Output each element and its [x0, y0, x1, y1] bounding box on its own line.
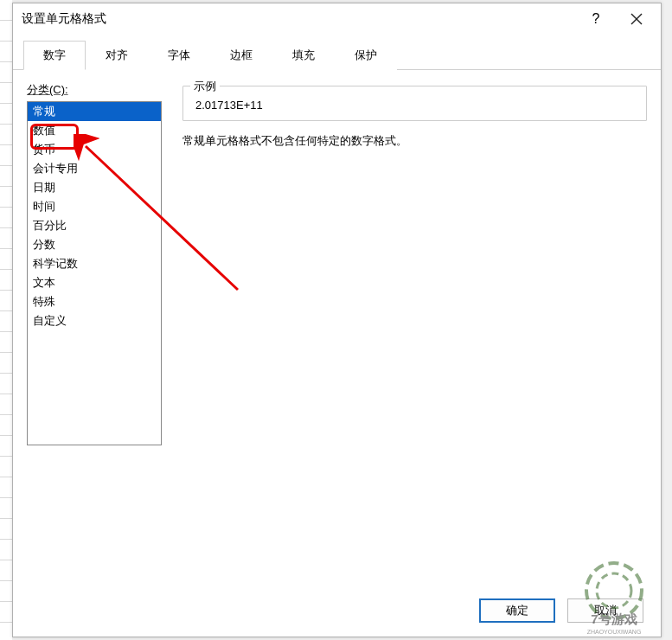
category-item-general[interactable]: 常规	[28, 102, 161, 121]
spreadsheet-row-grid	[0, 0, 12, 640]
titlebar-controls: ?	[583, 6, 661, 32]
tab-protection[interactable]: 保护	[335, 41, 397, 70]
category-label: 分类(C):	[27, 82, 167, 98]
category-item-accounting[interactable]: 会计专用	[28, 159, 161, 178]
details-column: 示例 2.01713E+11 常规单元格格式不包含任何特定的数字格式。	[182, 82, 647, 577]
tab-alignment[interactable]: 对齐	[86, 41, 148, 70]
category-item-fraction[interactable]: 分数	[28, 235, 161, 254]
tab-border[interactable]: 边框	[210, 41, 272, 70]
tab-bar: 数字 对齐 字体 边框 填充 保护	[13, 35, 661, 70]
category-item-currency[interactable]: 货币	[28, 140, 161, 159]
dialog-title: 设置单元格格式	[22, 11, 583, 27]
dialog-footer: 确定 取消	[479, 598, 643, 623]
category-item-date[interactable]: 日期	[28, 178, 161, 197]
category-item-special[interactable]: 特殊	[28, 292, 161, 311]
titlebar: 设置单元格格式 ?	[13, 3, 661, 35]
content-area: 分类(C): 常规 数值 货币 会计专用 日期 时间 百分比 分数 科学记数 文…	[13, 70, 661, 589]
format-cells-dialog: 设置单元格格式 ? 数字 对齐 字体 边框 填充 保护 分类(C): 常规 数值…	[12, 3, 662, 637]
category-item-scientific[interactable]: 科学记数	[28, 254, 161, 273]
category-item-percentage[interactable]: 百分比	[28, 216, 161, 235]
ok-button[interactable]: 确定	[479, 598, 555, 623]
tab-number[interactable]: 数字	[23, 41, 86, 70]
format-description: 常规单元格格式不包含任何特定的数字格式。	[182, 133, 647, 149]
sample-box: 示例 2.01713E+11	[182, 86, 647, 121]
sample-label: 示例	[190, 79, 220, 94]
help-button[interactable]: ?	[583, 6, 609, 32]
category-item-custom[interactable]: 自定义	[28, 311, 161, 330]
tab-fill[interactable]: 填充	[272, 41, 335, 70]
category-column: 分类(C): 常规 数值 货币 会计专用 日期 时间 百分比 分数 科学记数 文…	[27, 82, 167, 577]
category-item-number[interactable]: 数值	[28, 121, 161, 140]
category-item-text[interactable]: 文本	[28, 273, 161, 292]
tab-font[interactable]: 字体	[148, 41, 210, 70]
sample-value: 2.01713E+11	[192, 99, 637, 112]
category-listbox[interactable]: 常规 数值 货币 会计专用 日期 时间 百分比 分数 科学记数 文本 特殊 自定…	[27, 101, 162, 445]
close-icon	[630, 13, 643, 25]
close-button[interactable]	[618, 6, 656, 32]
category-item-time[interactable]: 时间	[28, 197, 161, 216]
cancel-button[interactable]: 取消	[567, 598, 643, 623]
